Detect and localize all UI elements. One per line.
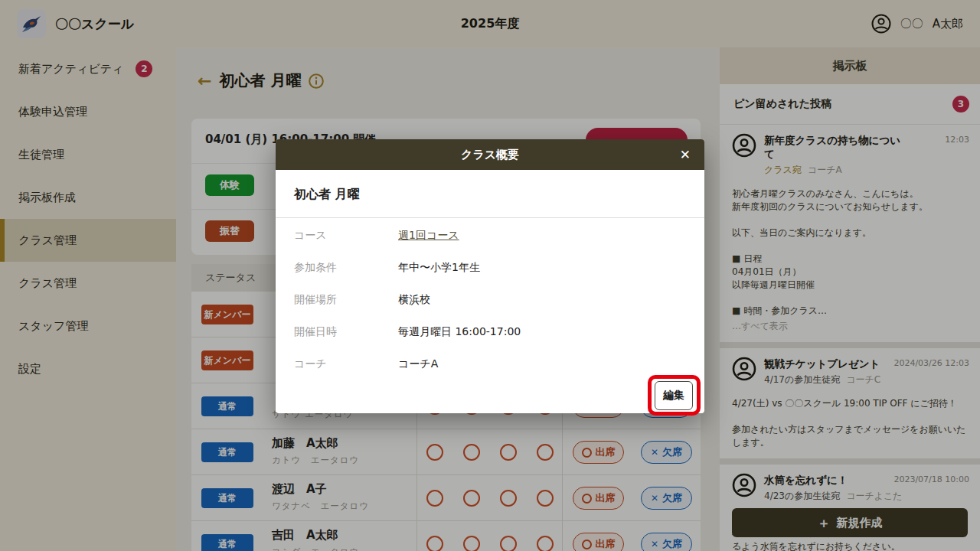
modal-title: クラス概要	[461, 148, 519, 162]
field-label-coach: コーチ	[294, 357, 327, 371]
divider	[276, 217, 704, 218]
modal-header: クラス概要 ✕	[276, 139, 704, 170]
field-value-coach: コーチA	[398, 357, 438, 371]
field-value-schedule: 毎週月曜日 16:00-17:00	[398, 325, 521, 339]
close-icon[interactable]: ✕	[680, 146, 691, 163]
modal-class-name: 初心者 月曜	[294, 187, 360, 203]
course-link[interactable]: 週1回コース	[398, 229, 459, 241]
edit-button[interactable]: 編集	[655, 381, 693, 410]
class-overview-modal: クラス概要 ✕ 初心者 月曜 コース 週1回コース 参加条件 年中〜小学1年生 …	[276, 139, 704, 413]
field-label-eligibility: 参加条件	[294, 261, 337, 275]
app-screen: 〇〇スクール 2025年度 〇〇 A太郎 新着アクティビティ 2 体験申込管理 …	[0, 0, 980, 551]
field-label-schedule: 開催日時	[294, 325, 337, 339]
field-value-location: 横浜校	[398, 293, 430, 307]
field-label-location: 開催場所	[294, 293, 337, 307]
field-value-eligibility: 年中〜小学1年生	[398, 261, 480, 275]
field-label-course: コース	[294, 229, 327, 243]
